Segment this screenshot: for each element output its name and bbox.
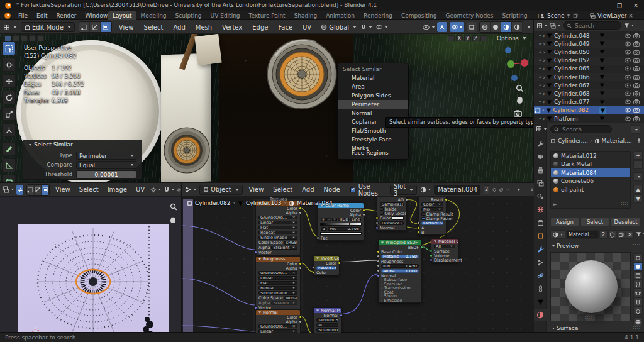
breadcrumb-object[interactable]: Cylinder....	[558, 138, 588, 144]
pan-hand-icon[interactable]	[516, 96, 524, 104]
uv-pivot-dropdown[interactable]	[150, 187, 161, 193]
uv-canvas[interactable]	[0, 197, 181, 333]
node-image-texture-normal[interactable]: Normal Color Alpha GrungeOrg...✕ Linear …	[255, 309, 301, 333]
pin-icon[interactable]	[636, 138, 642, 144]
socket-color-out[interactable]	[338, 262, 341, 265]
transform-orientation-dropdown[interactable]: Global	[321, 24, 357, 31]
tab-particles[interactable]	[534, 256, 547, 268]
disable-render-icon[interactable]	[633, 107, 640, 113]
menu-item-perimeter[interactable]: Perimeter	[338, 100, 408, 109]
select-mode-face-button[interactable]	[101, 22, 111, 32]
uv-menu-image[interactable]: Image	[104, 186, 130, 193]
3d-viewport[interactable]: User Perspective (152) Cylinder.082 Obje…	[0, 34, 533, 182]
use-nodes-checkbox[interactable]: ✓ Use Nodes	[350, 183, 378, 197]
preview-fluid-button[interactable]	[633, 306, 643, 315]
minimize-button[interactable]: —	[595, 0, 611, 11]
fac-slider[interactable]: Fac0.613	[316, 266, 336, 270]
maximize-button[interactable]: ❐	[611, 0, 628, 11]
socket-displacement-in[interactable]	[430, 258, 433, 262]
operator-type-dropdown[interactable]: Perimeter	[76, 152, 136, 160]
hide-eye-icon[interactable]	[625, 41, 631, 47]
move-slot-down-button[interactable]: ▼	[633, 194, 643, 203]
shader-type-dropdown[interactable]: Object	[199, 185, 243, 195]
disable-render-icon[interactable]	[633, 57, 640, 63]
socket-surface-in[interactable]	[430, 250, 433, 253]
menu-item-normal[interactable]: Normal	[338, 109, 408, 118]
stop-index-field[interactable]: 1	[321, 227, 327, 231]
snap-dropdown[interactable]	[360, 24, 372, 30]
tab-object[interactable]	[534, 229, 547, 242]
options-dropdown[interactable]: Options	[497, 35, 519, 41]
material-slot[interactable]: Dark Metal	[551, 160, 630, 169]
move-slot-up-button[interactable]: ▲	[633, 185, 643, 194]
scene-disc-small[interactable]	[157, 123, 216, 177]
uv-menu-select[interactable]: Select	[76, 186, 102, 193]
tab-render[interactable]	[534, 150, 547, 163]
ramp-specials-dropdown[interactable]	[332, 218, 337, 221]
copy-icon[interactable]	[499, 187, 503, 193]
xray-toggle-button[interactable]	[467, 22, 477, 32]
workspace-tab-compositing[interactable]: Compositing	[397, 11, 441, 20]
disable-render-icon[interactable]	[633, 33, 640, 39]
preview-panel-header[interactable]: Preview	[550, 243, 579, 249]
socket-alpha-out[interactable]	[299, 320, 302, 323]
viewport-menu-face[interactable]: Face	[275, 24, 296, 31]
clamp-factor-checkbox[interactable]	[421, 217, 425, 221]
breadcrumb-material[interactable]: Material....	[602, 138, 632, 144]
add-slot-button[interactable]: +	[633, 151, 643, 160]
select-mode-subtract-button[interactable]	[21, 35, 28, 41]
tab-modifiers[interactable]	[534, 243, 547, 255]
tab-scene[interactable]	[534, 190, 547, 202]
tool-cursor[interactable]	[2, 58, 16, 72]
outliner-row[interactable]: •›Cylinder.066	[534, 73, 644, 81]
outliner-filter-id-dropdown[interactable]	[550, 23, 560, 29]
uv-sync-toggle[interactable]	[16, 185, 24, 195]
socket-vector-in[interactable]	[254, 251, 257, 254]
editor-type-button[interactable]	[3, 24, 17, 31]
tool-transform[interactable]	[2, 123, 16, 137]
socket-normal-out[interactable]	[340, 314, 343, 317]
menu-item-material[interactable]: Material	[338, 74, 408, 82]
interpolation-dropdown[interactable]: Linear	[258, 329, 297, 333]
socket-ao-out[interactable]	[405, 198, 408, 201]
pin-icon[interactable]	[517, 187, 521, 193]
shading-wireframe-button[interactable]	[480, 22, 491, 32]
socket-base-color-in[interactable]	[377, 250, 380, 253]
uv-snap-dropdown[interactable]	[164, 187, 174, 193]
hide-eye-icon[interactable]	[625, 99, 631, 105]
close-button[interactable]: ✕	[628, 0, 644, 11]
disable-render-icon[interactable]	[633, 116, 640, 122]
preview-sphere-button[interactable]	[633, 262, 643, 271]
shading-rendered-button[interactable]	[512, 22, 523, 32]
distance-field[interactable]: Distance1.000	[380, 221, 404, 225]
viewport-menu-vertex[interactable]: Vertex	[219, 24, 245, 31]
node-normal-map[interactable]: Normal Map Normal Tangent Space ▦ Streng…	[313, 307, 341, 333]
socket-color-out[interactable]	[299, 207, 302, 210]
preview-hair-button[interactable]	[633, 280, 643, 289]
color-space-dropdown[interactable]: Non-Color	[284, 296, 297, 300]
tool-annotate[interactable]	[2, 142, 16, 156]
socket-b-in[interactable]	[417, 231, 420, 234]
material-name-field[interactable]: Material....	[566, 230, 599, 239]
mode-dropdown[interactable]: Edit Mode	[21, 22, 75, 32]
ao-color-swatch[interactable]	[392, 216, 404, 220]
tool-move[interactable]	[2, 74, 16, 88]
socket-vector-in[interactable]	[254, 306, 257, 309]
material-slot-active[interactable]: Material.084	[551, 168, 630, 177]
socket-bsdf-out[interactable]	[420, 246, 423, 249]
stop-position-field[interactable]: Pos0.705	[328, 227, 361, 231]
node-principled-bsdf[interactable]: Principled BSDF BSDF Base Color Metallic…	[378, 239, 422, 303]
viewport-menu-select[interactable]: Select	[141, 24, 167, 31]
material-filter-dropdown[interactable]	[636, 231, 644, 237]
workspace-tab-scripting[interactable]: Scripting	[497, 11, 531, 20]
zoom-icon[interactable]	[516, 84, 524, 92]
overlays-toggle-button[interactable]	[450, 22, 465, 32]
node-canvas[interactable]: Textures Cylinder.082› Cy	[182, 197, 534, 333]
factor-slider[interactable]: Factor0.500	[421, 221, 443, 225]
image-datablock-field[interactable]: GrungeOrg...✕	[258, 324, 297, 328]
material-name-field[interactable]: Material.084	[434, 185, 480, 195]
metallic-slider[interactable]: Metallic0.750	[381, 255, 419, 258]
pan-hand-icon[interactable]	[169, 216, 177, 224]
tool-select-box[interactable]	[2, 41, 16, 55]
shield-icon[interactable]	[492, 187, 496, 193]
